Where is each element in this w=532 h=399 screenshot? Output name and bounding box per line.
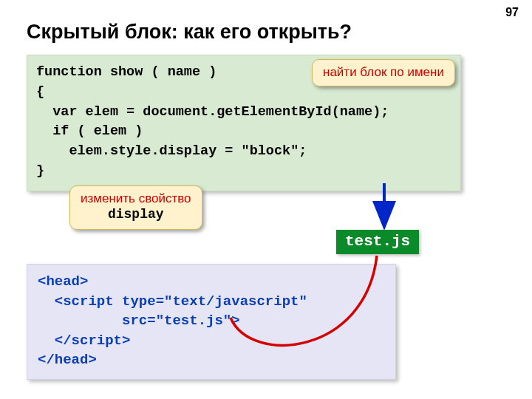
callout-display-text: изменить свойство <box>81 191 191 206</box>
slide-title: Скрытый блок: как его открыть? <box>27 21 352 44</box>
callout-change-display: изменить свойство display <box>69 185 202 230</box>
code-block-head: <head> <script type="text/javascript" sr… <box>27 264 396 380</box>
file-badge-testjs: test.js <box>336 230 419 254</box>
page-number: 97 <box>505 6 519 19</box>
callout-display-mono: display <box>81 206 191 223</box>
callout-find-block: найти блок по имени <box>312 59 455 86</box>
